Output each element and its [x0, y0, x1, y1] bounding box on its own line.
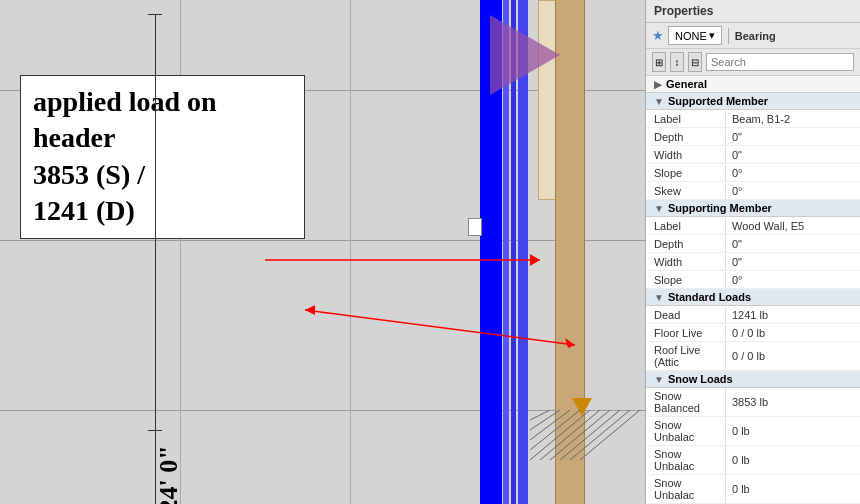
prop-row-sm-depth: Depth 0" [646, 128, 860, 146]
dead-key: Dead [646, 307, 726, 323]
small-bearing-rect [468, 218, 482, 236]
snow-unbalanced1-val: 0 lb [726, 423, 860, 439]
bearing-label: Bearing [735, 30, 776, 42]
prop-row-spm-slope: Slope 0° [646, 271, 860, 289]
standard-loads-toggle-icon: ▼ [654, 292, 664, 303]
svg-line-6 [550, 410, 610, 460]
prop-row-spm-depth: Depth 0" [646, 235, 860, 253]
general-section-label: General [666, 78, 707, 90]
snow-unbalanced2-key: Snow Unbalac [646, 446, 726, 474]
separator1 [728, 28, 729, 44]
section-snow-loads[interactable]: ▼ Snow Loads [646, 371, 860, 388]
annotation-text-line2: 3853 (S) / [33, 157, 292, 193]
sm-depth-val: 0" [726, 129, 860, 145]
prop-row-dead: Dead 1241 lb [646, 306, 860, 324]
none-dropdown[interactable]: NONE ▾ [668, 26, 722, 45]
sm-width-val: 0" [726, 147, 860, 163]
snow-unbalanced3-val: 0 lb [726, 481, 860, 497]
roof-live-val: 0 / 0 lb [726, 348, 860, 364]
icon-btn3[interactable]: ⊟ [688, 52, 702, 72]
prop-row-roof-live: Roof Live (Attic 0 / 0 lb [646, 342, 860, 371]
supporting-toggle-icon: ▼ [654, 203, 664, 214]
snow-loads-label: Snow Loads [668, 373, 733, 385]
dim-tick-top [148, 14, 162, 15]
supported-member-label: Supported Member [668, 95, 768, 107]
svg-marker-14 [305, 305, 315, 315]
svg-line-10 [305, 310, 575, 345]
prop-row-snow-unbalanced1: Snow Unbalac 0 lb [646, 417, 860, 446]
properties-content: ▶ General ▼ Supported Member Label Beam,… [646, 76, 860, 504]
prop-row-floor-live: Floor Live 0 / 0 lb [646, 324, 860, 342]
none-dropdown-label: NONE [675, 30, 707, 42]
dim-tick-bottom [148, 430, 162, 431]
prop-row-sm-skew: Skew 0° [646, 182, 860, 200]
prop-row-sm-width: Width 0" [646, 146, 860, 164]
prop-row-snow-unbalanced3: Snow Unbalac 0 lb [646, 475, 860, 504]
supported-toggle-icon: ▼ [654, 96, 664, 107]
grid-line-h2 [0, 240, 645, 241]
svg-line-9 [580, 410, 640, 460]
sm-label-val: Beam, B1-2 [726, 111, 860, 127]
spm-slope-val: 0° [726, 272, 860, 288]
snow-unbalanced3-key: Snow Unbalac [646, 475, 726, 503]
search-input[interactable] [706, 53, 854, 71]
annotation-box: applied load on header 3853 (S) / 1241 (… [20, 75, 305, 239]
section-supporting-member[interactable]: ▼ Supporting Member [646, 200, 860, 217]
prop-row-spm-width: Width 0" [646, 253, 860, 271]
star-icon: ★ [652, 28, 664, 43]
sm-depth-key: Depth [646, 129, 726, 145]
spm-width-val: 0" [726, 254, 860, 270]
supporting-member-label: Supporting Member [668, 202, 772, 214]
prop-row-snow-unbalanced2: Snow Unbalac 0 lb [646, 446, 860, 475]
svg-marker-13 [530, 254, 540, 266]
spm-label-key: Label [646, 218, 726, 234]
dead-val: 1241 lb [726, 307, 860, 323]
right-panel: Properties ★ NONE ▾ Bearing ⊞ ↕ ⊟ ▶ Gene… [645, 0, 860, 504]
grid-line-v2 [350, 0, 351, 504]
icon-btn2[interactable]: ↕ [670, 52, 684, 72]
sm-slope-val: 0° [726, 165, 860, 181]
sm-skew-key: Skew [646, 183, 726, 199]
spm-label-val: Wood Wall, E5 [726, 218, 860, 234]
roof-live-key: Roof Live (Attic [646, 342, 726, 370]
prop-row-sm-label: Label Beam, B1-2 [646, 110, 860, 128]
section-general[interactable]: ▶ General [646, 76, 860, 93]
spm-width-key: Width [646, 254, 726, 270]
spm-depth-val: 0" [726, 236, 860, 252]
snow-unbalanced1-key: Snow Unbalac [646, 417, 726, 445]
icon-btn1[interactable]: ⊞ [652, 52, 666, 72]
prop-row-sm-slope: Slope 0° [646, 164, 860, 182]
drawing-area: applied load on header 3853 (S) / 1241 (… [0, 0, 645, 504]
prop-row-snow-balanced: Snow Balanced 3853 lb [646, 388, 860, 417]
annotation-text-line3: 1241 (D) [33, 193, 292, 229]
sm-skew-val: 0° [726, 183, 860, 199]
snow-balanced-key: Snow Balanced [646, 388, 726, 416]
section-standard-loads[interactable]: ▼ Standard Loads [646, 289, 860, 306]
section-supported-member[interactable]: ▼ Supported Member [646, 93, 860, 110]
snow-balanced-val: 3853 lb [726, 394, 860, 410]
snow-loads-toggle-icon: ▼ [654, 374, 664, 385]
dropdown-arrow-icon: ▾ [709, 29, 715, 42]
snow-unbalanced2-val: 0 lb [726, 452, 860, 468]
dimension-text: 24' 0" [154, 445, 184, 504]
svg-line-2 [530, 410, 570, 440]
sm-slope-key: Slope [646, 165, 726, 181]
toolbar-row1: ★ NONE ▾ Bearing [646, 23, 860, 49]
general-toggle-icon: ▶ [654, 79, 662, 90]
standard-loads-label: Standard Loads [668, 291, 751, 303]
spm-depth-key: Depth [646, 236, 726, 252]
annotation-text-line1: applied load on header [33, 84, 292, 157]
prop-row-spm-label: Label Wood Wall, E5 [646, 217, 860, 235]
panel-header: Properties [646, 0, 860, 23]
purple-triangle [490, 15, 560, 95]
panel-title: Properties [654, 4, 713, 18]
sm-label-key: Label [646, 111, 726, 127]
svg-line-8 [570, 410, 630, 460]
floor-live-val: 0 / 0 lb [726, 325, 860, 341]
sm-width-key: Width [646, 147, 726, 163]
svg-line-7 [560, 410, 620, 460]
floor-live-key: Floor Live [646, 325, 726, 341]
spm-slope-key: Slope [646, 272, 726, 288]
hash-area [530, 410, 640, 460]
toolbar-row2: ⊞ ↕ ⊟ [646, 49, 860, 76]
